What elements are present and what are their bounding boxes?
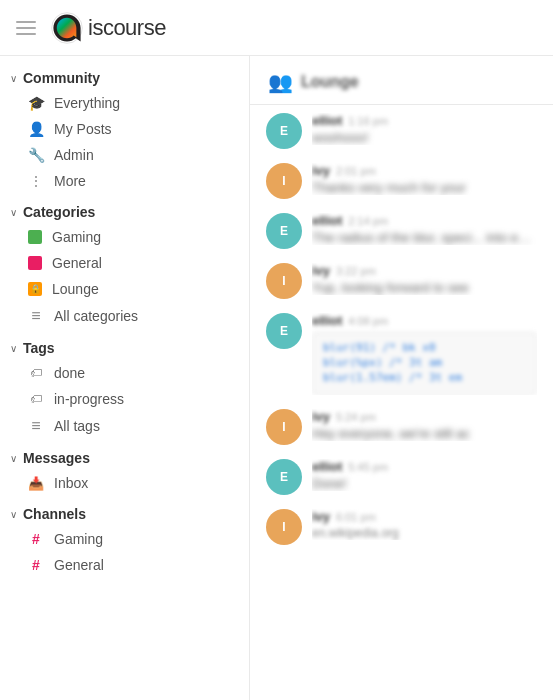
ch-general-icon: # — [28, 557, 44, 573]
message-item: Eelliot4:08 pmblur(91) /* bk x0blur(%px)… — [266, 313, 537, 395]
avatar: E — [266, 459, 302, 495]
message-content: elliot5:45 pmDone! — [312, 459, 537, 491]
messages-section-header[interactable]: ∨ Messages — [0, 444, 249, 470]
message-item: Eelliot2:14 pmThe radius of the blur, sp… — [266, 213, 537, 249]
sidebar-item-everything[interactable]: 🎓 Everything — [0, 90, 249, 116]
ch-general-label: General — [54, 557, 104, 573]
message-content: elliot1:16 pmwoohooo! — [312, 113, 537, 145]
more-icon: ⋮ — [28, 173, 44, 189]
sidebar-item-ch-general[interactable]: # General — [0, 552, 249, 578]
message-item: Iivy6:01 pmen.wikipedia.org — [266, 509, 537, 545]
message-meta: elliot5:45 pm — [312, 459, 537, 474]
tags-section-header[interactable]: ∨ Tags — [0, 334, 249, 360]
avatar: I — [266, 409, 302, 445]
general-color-dot — [28, 256, 42, 270]
message-author: ivy — [312, 263, 330, 278]
tags-section-title: Tags — [23, 340, 55, 356]
sidebar-item-myposts[interactable]: 👤 My Posts — [0, 116, 249, 142]
message-text: Thanks very much for your — [312, 180, 537, 195]
sidebar-item-lounge[interactable]: 🔒 Lounge — [0, 276, 249, 302]
inbox-icon: 📥 — [28, 476, 44, 491]
sidebar-item-all-categories[interactable]: ≡ All categories — [0, 302, 249, 330]
avatar: I — [266, 163, 302, 199]
message-text: Done! — [312, 476, 537, 491]
discourse-logo-icon — [50, 11, 84, 45]
message-author: ivy — [312, 163, 330, 178]
sidebar-section-community: ∨ Community 🎓 Everything 👤 My Posts 🔧 Ad… — [0, 64, 249, 194]
myposts-label: My Posts — [54, 121, 112, 137]
categories-chevron-icon: ∨ — [10, 207, 17, 218]
general-label: General — [52, 255, 102, 271]
message-text: The radius of the blur, speci... into ea… — [312, 230, 537, 245]
in-progress-label: in-progress — [54, 391, 124, 407]
sidebar-item-gaming[interactable]: Gaming — [0, 224, 249, 250]
avatar: E — [266, 313, 302, 349]
ch-gaming-label: Gaming — [54, 531, 103, 547]
message-time: 1:16 pm — [348, 115, 388, 127]
message-author: elliot — [312, 113, 342, 128]
sidebar-section-categories: ∨ Categories Gaming General 🔒 Lounge ≡ A… — [0, 198, 249, 330]
inbox-label: Inbox — [54, 475, 88, 491]
more-label: More — [54, 173, 86, 189]
sidebar-section-tags: ∨ Tags 🏷 done 🏷 in-progress ≡ All tags — [0, 334, 249, 440]
admin-icon: 🔧 — [28, 147, 44, 163]
message-text: Yup, looking forward to see — [312, 280, 537, 295]
sidebar-item-ch-gaming[interactable]: # Gaming — [0, 526, 249, 552]
sidebar-section-messages: ∨ Messages 📥 Inbox — [0, 444, 249, 496]
code-block: blur(91) /* bk x0blur(%px) /* 3t amblur(… — [312, 332, 537, 395]
avatar: E — [266, 213, 302, 249]
message-time: 3:22 pm — [336, 265, 376, 277]
message-time: 2:01 pm — [336, 165, 376, 177]
link-preview: en.wikipedia.org — [312, 526, 537, 540]
sidebar-item-admin[interactable]: 🔧 Admin — [0, 142, 249, 168]
message-meta: ivy5:24 pm — [312, 409, 537, 424]
everything-label: Everything — [54, 95, 120, 111]
categories-section-title: Categories — [23, 204, 95, 220]
message-item: Eelliot5:45 pmDone! — [266, 459, 537, 495]
message-meta: ivy6:01 pm — [312, 509, 537, 524]
categories-section-header[interactable]: ∨ Categories — [0, 198, 249, 224]
message-text: woohooo! — [312, 130, 537, 145]
sidebar-item-all-tags[interactable]: ≡ All tags — [0, 412, 249, 440]
message-content: ivy2:01 pmThanks very much for your — [312, 163, 537, 195]
message-content: elliot2:14 pmThe radius of the blur, spe… — [312, 213, 537, 245]
done-label: done — [54, 365, 85, 381]
sidebar-item-done[interactable]: 🏷 done — [0, 360, 249, 386]
sidebar-section-channels: ∨ Channels # Gaming # General — [0, 500, 249, 578]
community-section-header[interactable]: ∨ Community — [0, 64, 249, 90]
all-tags-icon: ≡ — [28, 417, 44, 435]
hamburger-menu[interactable] — [16, 21, 36, 35]
lounge-label: Lounge — [52, 281, 99, 297]
lounge-color-dot: 🔒 — [28, 282, 42, 296]
channel-header: 👥 Lounge — [250, 56, 553, 105]
app-header: iscourse — [0, 0, 553, 56]
message-meta: elliot2:14 pm — [312, 213, 537, 228]
avatar: I — [266, 263, 302, 299]
message-author: elliot — [312, 313, 342, 328]
message-author: ivy — [312, 409, 330, 424]
message-time: 5:45 pm — [348, 461, 388, 473]
message-text: Hey everyone, we're still ac — [312, 426, 537, 441]
message-time: 6:01 pm — [336, 511, 376, 523]
sidebar-item-more[interactable]: ⋮ More — [0, 168, 249, 194]
message-author: elliot — [312, 459, 342, 474]
sidebar-item-inbox[interactable]: 📥 Inbox — [0, 470, 249, 496]
tags-chevron-icon: ∨ — [10, 343, 17, 354]
lounge-header-icon: 👥 — [268, 70, 293, 94]
content-area: 👥 Lounge Eelliot1:16 pmwoohooo!Iivy2:01 … — [250, 56, 553, 700]
ch-gaming-icon: # — [28, 531, 44, 547]
sidebar-item-general[interactable]: General — [0, 250, 249, 276]
channels-section-header[interactable]: ∨ Channels — [0, 500, 249, 526]
message-item: Iivy3:22 pmYup, looking forward to see — [266, 263, 537, 299]
message-meta: elliot4:08 pm — [312, 313, 537, 328]
main-layout: ∨ Community 🎓 Everything 👤 My Posts 🔧 Ad… — [0, 56, 553, 700]
message-author: ivy — [312, 509, 330, 524]
in-progress-tag-icon: 🏷 — [28, 392, 44, 406]
all-tags-label: All tags — [54, 418, 100, 434]
message-content: ivy5:24 pmHey everyone, we're still ac — [312, 409, 537, 441]
myposts-icon: 👤 — [28, 121, 44, 137]
message-content: elliot4:08 pmblur(91) /* bk x0blur(%px) … — [312, 313, 537, 395]
avatar: I — [266, 509, 302, 545]
community-section-title: Community — [23, 70, 100, 86]
sidebar-item-in-progress[interactable]: 🏷 in-progress — [0, 386, 249, 412]
